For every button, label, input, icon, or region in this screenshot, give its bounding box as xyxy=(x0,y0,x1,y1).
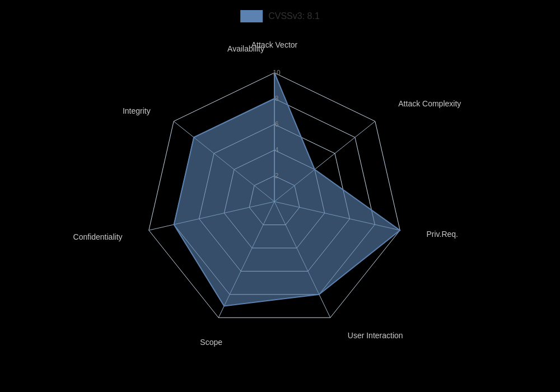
svg-text:6: 6 xyxy=(275,120,279,128)
svg-text:Availability: Availability xyxy=(227,44,264,53)
radar-chart: 246810Attack VectorAttack ComplexityPriv… xyxy=(0,0,560,392)
svg-text:Attack Complexity: Attack Complexity xyxy=(398,99,461,108)
svg-text:User Interaction: User Interaction xyxy=(348,331,403,340)
svg-text:4: 4 xyxy=(275,146,279,154)
svg-marker-13 xyxy=(174,73,400,306)
svg-text:8: 8 xyxy=(275,95,279,102)
svg-text:10: 10 xyxy=(273,69,281,77)
svg-text:Confidentiality: Confidentiality xyxy=(73,232,123,241)
svg-text:Integrity: Integrity xyxy=(123,106,151,115)
svg-text:Scope: Scope xyxy=(200,338,222,347)
chart-container: CVSSv3: 8.1 246810Attack VectorAttack Co… xyxy=(0,0,560,392)
svg-text:2: 2 xyxy=(275,172,279,180)
svg-text:Priv.Req.: Priv.Req. xyxy=(426,230,458,239)
